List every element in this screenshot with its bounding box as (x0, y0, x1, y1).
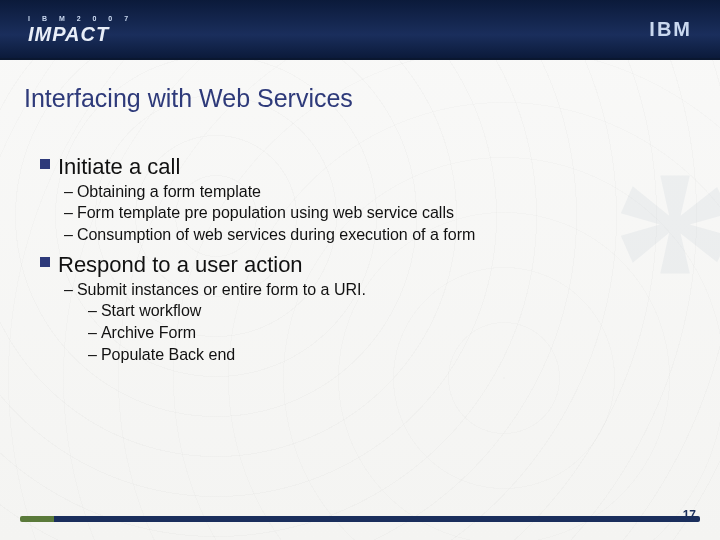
bullet-text: Respond to a user action (58, 251, 303, 279)
ibm-logo: IBM (649, 18, 692, 41)
square-bullet-icon (40, 159, 50, 169)
bullet-text: Submit instances or entire form to a URI… (77, 279, 366, 301)
bullet-text: Archive Form (101, 322, 196, 344)
event-title: IMPACT (28, 24, 133, 44)
asterisk-watermark: * (610, 110, 720, 409)
footer-bar (20, 516, 700, 522)
page-number: 17 (683, 508, 700, 522)
slide: I B M 2 0 0 7 IMPACT IBM * Interfacing w… (0, 0, 720, 540)
slide-title: Interfacing with Web Services (24, 84, 720, 113)
bullet-text: Start workflow (101, 300, 201, 322)
dash-icon: – (88, 346, 97, 364)
bullet-text: Obtaining a form template (77, 181, 261, 203)
bullet-text: Initiate a call (58, 153, 180, 181)
impact-logo: I B M 2 0 0 7 IMPACT (28, 15, 133, 44)
dash-icon: – (88, 324, 97, 342)
bullet-text: Form template pre population using web s… (77, 202, 454, 224)
square-bullet-icon (40, 257, 50, 267)
ibm-logo-text: IBM (649, 18, 692, 41)
bullet-text: Consumption of web services during execu… (77, 224, 475, 246)
event-pretitle: I B M 2 0 0 7 (28, 15, 133, 22)
header-bar: I B M 2 0 0 7 IMPACT IBM (0, 0, 720, 60)
dash-icon: – (64, 183, 73, 201)
dash-icon: – (64, 226, 73, 244)
dash-icon: – (64, 281, 73, 299)
footer: 17 (20, 504, 700, 526)
dash-icon: – (88, 302, 97, 320)
dash-icon: – (64, 204, 73, 222)
bullet-text: Populate Back end (101, 344, 235, 366)
